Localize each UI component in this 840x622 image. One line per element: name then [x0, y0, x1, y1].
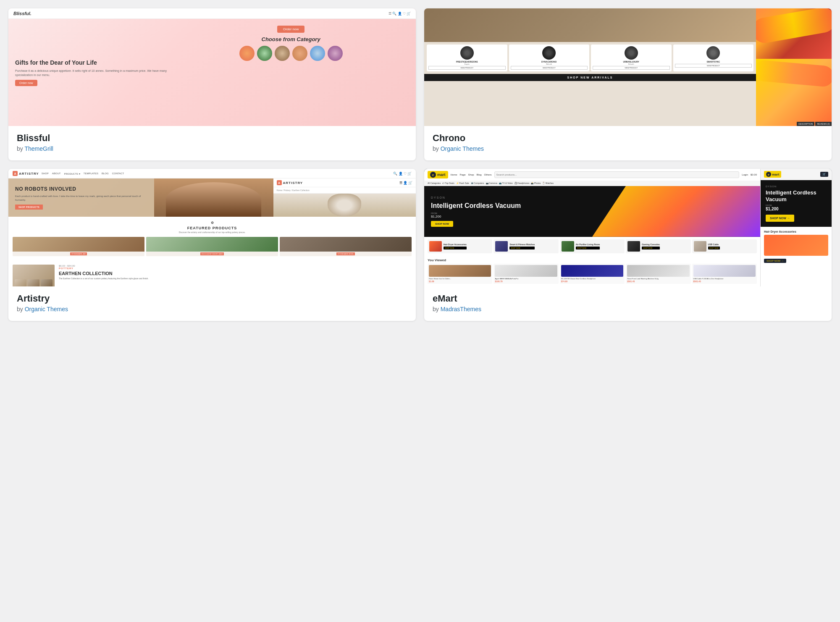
- emart-cat-all[interactable]: All Categories: [428, 182, 441, 184]
- emart-side-brand: DYSON: [766, 185, 827, 188]
- chrono-watches-grid: PRESTIGEHORIZONS Kayzin VIEW PRODUCT DYN…: [424, 42, 756, 74]
- emart-subcat-btn-4[interactable]: SHOP NOW: [642, 247, 660, 249]
- category-circle-3[interactable]: [275, 46, 290, 61]
- emart-nav-items: Home Page Shop Blog Others: [451, 173, 492, 176]
- artistry-nav-shop[interactable]: SHOP: [42, 172, 49, 175]
- emart-nav-shop[interactable]: Shop: [468, 173, 474, 176]
- emart-subcat-btn-1[interactable]: SHOP NOW: [444, 247, 467, 249]
- emart-viewed-item-5[interactable]: USB Cable F-500 All-in-One Headphone $50…: [692, 264, 757, 284]
- emart-cat-headphones[interactable]: 🎧 Headphones: [514, 182, 530, 184]
- artistry-product-image: [273, 194, 416, 217]
- emart-login-link[interactable]: Login: [742, 173, 748, 176]
- artistry-product-label-2: SUCCULENT SHORT VASE: [146, 252, 278, 256]
- watch-brand-2: Belonth: [511, 63, 588, 65]
- emart-viewed-image-1: [429, 265, 491, 277]
- emart-viewed-item-3[interactable]: SX-22X700 Classic Best Cordless Headphon…: [560, 264, 625, 284]
- emart-subcat-image-4: [627, 241, 640, 252]
- emart-info: eMart by MadrasThemes: [424, 286, 832, 321]
- emart-viewed-price-5: $501.45: [693, 280, 756, 283]
- artistry-nav-blog[interactable]: BLOG: [102, 172, 109, 175]
- watch-brand-1: Kayzin: [428, 63, 506, 65]
- emart-viewed-item-4[interactable]: Smart Front Load Washing Machine Xt-4g $…: [626, 264, 690, 284]
- artistry-mobile-logo: A ARTISTRY: [277, 180, 303, 185]
- blissful-logo: Blissful.: [13, 11, 32, 16]
- emart-nav-blog[interactable]: Blog: [477, 173, 482, 176]
- emart-cat-deals[interactable]: 🏷 Top Deals: [442, 182, 454, 184]
- chrono-reviews-tab[interactable]: REVIEWS (0): [815, 122, 832, 126]
- artistry-logo-icon: A: [13, 171, 18, 176]
- emart-side-cart[interactable]: 🛒: [820, 172, 828, 177]
- theme-card-emart: e mart Home Page Shop Blog Others Login …: [424, 169, 832, 321]
- emart-hero-brand: DYSON: [431, 196, 521, 199]
- emart-subcat-btn-3[interactable]: SHOP NOW: [576, 247, 600, 249]
- artistry-nav-about[interactable]: ABOUT: [52, 172, 61, 175]
- emart-side-product-button[interactable]: SHOP NOW →: [764, 259, 786, 263]
- category-circle-4[interactable]: [292, 46, 307, 61]
- artistry-nav-templates[interactable]: TEMPLATES: [84, 172, 98, 175]
- watch-btn-1[interactable]: VIEW PRODUCT: [428, 66, 506, 70]
- emart-cat-cameras[interactable]: 📷 Cameras: [486, 182, 498, 184]
- emart-cat-photos[interactable]: 📸 Photos: [531, 182, 541, 184]
- chrono-side: DESCRIPTION REVIEWS (0): [756, 8, 832, 126]
- emart-viewed-image-2: [495, 265, 557, 277]
- artistry-author: by Organic Themes: [17, 306, 407, 312]
- artistry-nav-contact[interactable]: CONTACT: [112, 172, 124, 175]
- artistry-hero-button[interactable]: SHOP PRODUCTS: [15, 205, 43, 210]
- emart-cat-tv[interactable]: 📺 TV & Video: [499, 182, 513, 184]
- emart-subcat-btn-5[interactable]: SHOP NOW: [708, 247, 720, 249]
- artistry-featured-sub: Discover the artistry and craftsmanship …: [13, 231, 412, 234]
- emart-viewed-item-2[interactable]: Apple MMEF2AM/A AirPodsPro $100.79: [494, 264, 558, 284]
- emart-preview: e mart Home Page Shop Blog Others Login …: [424, 169, 832, 286]
- emart-nav-page[interactable]: Page: [460, 173, 466, 176]
- emart-subcat-2: Smart & Fitness Watches SHOP NOW: [494, 239, 558, 253]
- emart-viewed-item-1[interactable]: Home Steam Iron for Clothe... $1.69: [428, 264, 492, 284]
- watch-btn-3[interactable]: VIEW PRODUCT: [593, 66, 670, 70]
- watch-btn-4[interactable]: VIEW PRODUCT: [675, 64, 752, 68]
- emart-title: eMart: [433, 293, 823, 304]
- emart-cart-value[interactable]: $0.00: [751, 173, 757, 176]
- blissful-order-button[interactable]: Order now: [277, 26, 304, 33]
- chrono-author-link[interactable]: Organic Themes: [441, 145, 484, 152]
- artistry-featured-section: ⚙ FEATURED PRODUCTS Discover the artistr…: [8, 217, 416, 260]
- emart-side-product-image: [764, 235, 828, 256]
- blissful-circles: [239, 46, 343, 61]
- emart-cat-watches[interactable]: ⌚ Watches: [542, 182, 554, 184]
- artistry-logo-text: ARTISTRY: [19, 172, 39, 176]
- emart-viewed-price-4: $501.45: [627, 280, 689, 283]
- artistry-mobile-logo-icon: A: [277, 180, 282, 185]
- artistry-nav-icons: 🔍 👤 ♡ 🛒: [393, 172, 412, 176]
- artistry-product-1: STONEWARE JAR: [13, 237, 144, 256]
- emart-subcat-info-5: USB Cable SHOP NOW: [708, 243, 720, 249]
- emart-side-shop-button[interactable]: SHOP NOW →: [766, 215, 794, 222]
- blissful-shop-button[interactable]: Order now: [15, 80, 37, 86]
- category-circle-5[interactable]: [310, 46, 325, 61]
- category-circle-2[interactable]: [257, 46, 272, 61]
- chrono-description-tab[interactable]: DESCRIPTION: [797, 122, 814, 126]
- chrono-watch-3: URBANLUXURY Belonth VIEW PRODUCT: [591, 45, 672, 71]
- emart-cat-flash[interactable]: ⚡ Flash Sale: [456, 182, 469, 184]
- emart-side-product-title: Hair Dryer Accessories: [764, 230, 828, 233]
- emart-side-logo: e mart: [764, 171, 781, 178]
- emart-viewed-name-5: USB Cable F-500 All-in-One Headphone: [693, 278, 756, 280]
- emart-author-link[interactable]: MadrasThemes: [441, 306, 481, 312]
- watch-btn-2[interactable]: VIEW PRODUCT: [511, 66, 588, 70]
- emart-cat-computers[interactable]: 💻 Computers: [471, 182, 484, 184]
- emart-side-hero: DYSON Intelligent Cordless Vacuum FROM $…: [761, 180, 832, 227]
- artistry-pottery-section: $6.00 - $54.00 POTTERY EARTHEN COLLECTIO…: [8, 260, 416, 286]
- chrono-main: PRESTIGEHORIZONS Kayzin VIEW PRODUCT DYN…: [424, 8, 756, 126]
- blissful-hero: Gifts for the Dear of Your Life Purchase…: [8, 19, 416, 126]
- emart-subcat-info-3: Air Purifier Living Room SHOP NOW: [576, 243, 600, 249]
- emart-viewed-image-3: [561, 265, 623, 277]
- emart-nav-home[interactable]: Home: [451, 173, 457, 176]
- emart-subcat-btn-2[interactable]: SHOP NOW: [509, 247, 535, 249]
- emart-hero-button[interactable]: SHOP NOW: [431, 221, 453, 227]
- category-circle-6[interactable]: [328, 46, 343, 61]
- artistry-pottery-image: [13, 265, 55, 286]
- emart-nav-others[interactable]: Others: [484, 173, 492, 176]
- artistry-nav-products[interactable]: PRODUCTS ▾: [64, 172, 80, 175]
- artistry-author-link[interactable]: Organic Themes: [25, 306, 68, 312]
- blissful-author-link[interactable]: ThemeGrill: [24, 145, 53, 152]
- emart-search-input[interactable]: [494, 171, 740, 178]
- artistry-info: Artistry by Organic Themes: [8, 286, 416, 321]
- category-circle-1[interactable]: [239, 46, 255, 61]
